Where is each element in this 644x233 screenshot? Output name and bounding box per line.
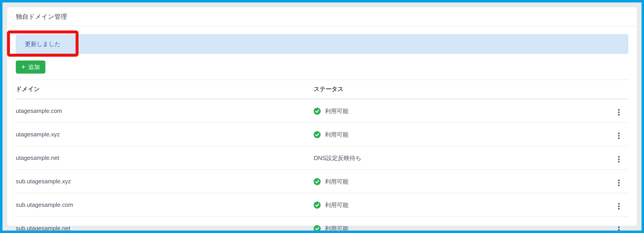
row-menu-button[interactable] (616, 155, 622, 164)
table-row: utagesample.com 利用可能 (16, 99, 628, 123)
table-body: utagesample.com 利用可能 utagesample.xyz (16, 99, 628, 233)
column-header-status: ステータス (314, 80, 608, 99)
table-row: utagesample.xyz 利用可能 (16, 123, 628, 146)
check-circle-icon (314, 131, 321, 138)
page-title: 独自ドメイン管理 (16, 13, 67, 20)
status-cell: 利用可能 (314, 99, 608, 123)
domain-cell: sub.utagesample.xyz (16, 170, 314, 193)
domain-cell: sub.utagesample.net (16, 216, 314, 233)
domain-cell: utagesample.net (16, 146, 314, 170)
actions-cell (608, 193, 628, 216)
table-row: sub.utagesample.xyz 利用可能 (16, 170, 628, 193)
column-header-actions (608, 80, 628, 99)
status-cell: 利用可能 (314, 216, 608, 233)
actions-cell (608, 170, 628, 193)
status-cell: 利用可能 (314, 123, 608, 146)
table-header-row: ドメイン ステータス (16, 80, 628, 99)
row-menu-button[interactable] (616, 202, 622, 211)
status-cell: 利用可能 (314, 193, 608, 216)
alert-message: 更新しました (25, 40, 60, 48)
row-menu-button[interactable] (616, 131, 622, 140)
domain-cell: sub.utagesample.com (16, 193, 314, 216)
status-label: DNS設定反映待ち (314, 155, 362, 161)
page-background: { "page": { "title": "独自ドメイン管理" }, "aler… (0, 0, 644, 233)
check-circle-icon (314, 178, 321, 185)
plus-icon: + (21, 63, 26, 70)
domain-cell: utagesample.com (16, 99, 314, 123)
domains-table: ドメイン ステータス utagesample.com 利用可能 utagesam… (16, 80, 628, 233)
actions-cell (608, 146, 628, 170)
domain-management-card: 独自ドメイン管理 更新しました + 追加 ドメイン ステータス utagesam… (7, 7, 637, 226)
add-domain-button[interactable]: + 追加 (16, 61, 45, 74)
table-row: sub.utagesample.net 利用可能 (16, 216, 628, 233)
table-row: utagesample.net DNS設定反映待ち (16, 146, 628, 170)
status-label: 利用可能 (325, 202, 348, 208)
domain-cell: utagesample.xyz (16, 123, 314, 146)
row-menu-button[interactable] (616, 178, 622, 187)
check-circle-icon (314, 225, 321, 232)
status-label: 利用可能 (325, 225, 348, 232)
check-circle-icon (314, 108, 321, 115)
status-label: 利用可能 (325, 108, 348, 114)
card-header: 独自ドメイン管理 (7, 7, 637, 26)
update-success-alert: 更新しました (16, 34, 628, 54)
actions-cell (608, 123, 628, 146)
actions-cell (608, 216, 628, 233)
actions-cell (608, 99, 628, 123)
status-label: 利用可能 (325, 178, 348, 185)
status-cell: 利用可能 (314, 170, 608, 193)
status-label: 利用可能 (325, 131, 348, 138)
column-header-domain: ドメイン (16, 80, 314, 99)
row-menu-button[interactable] (616, 225, 622, 233)
check-circle-icon (314, 202, 321, 209)
table-row: sub.utagesample.com 利用可能 (16, 193, 628, 216)
row-menu-button[interactable] (616, 108, 622, 117)
add-button-label: 追加 (28, 63, 40, 71)
status-cell: DNS設定反映待ち (314, 146, 608, 170)
card-body: 更新しました + 追加 ドメイン ステータス utagesample.com (7, 26, 637, 233)
